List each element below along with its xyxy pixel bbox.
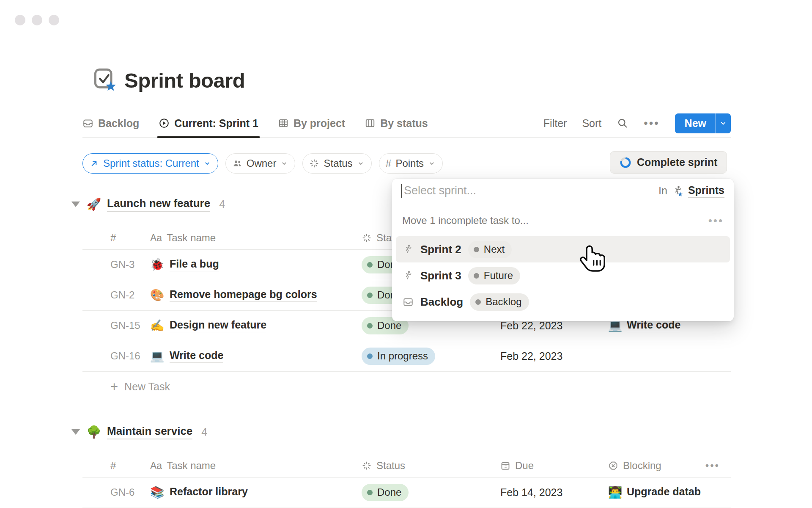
people-icon [232, 158, 242, 168]
filter-chips: Sprint status: Current Owner Status [82, 153, 443, 174]
tab-label: Current: Sprint 1 [174, 117, 258, 130]
chip-points[interactable]: # Points [379, 153, 443, 174]
collapse-triangle-icon[interactable] [71, 202, 80, 207]
tab-by-project[interactable]: By project [278, 109, 345, 137]
group-count: 4 [201, 426, 207, 438]
sprint-search-row: In Sprints [392, 179, 734, 203]
status-spinner-icon [362, 233, 372, 243]
task-title[interactable]: File a bug [170, 258, 219, 271]
chip-label: Points [395, 157, 424, 169]
group-count: 4 [219, 198, 225, 210]
tab-backlog[interactable]: Backlog [82, 109, 139, 137]
option-sprint-2[interactable]: Sprint 2 Next [396, 236, 730, 262]
due-date[interactable]: Feb 14, 2023 [500, 477, 562, 508]
sprints-collection-link[interactable]: Sprints [688, 184, 724, 198]
tab-by-status[interactable]: By status [365, 109, 428, 137]
column-task-name[interactable]: Aa Task name [150, 454, 216, 477]
chevron-down-icon [280, 160, 288, 167]
new-task-button[interactable]: + New Task [82, 372, 731, 401]
table-row[interactable]: GN-6 📚 Refactor library Done Feb 14, 202… [82, 477, 731, 508]
sort-button[interactable]: Sort [582, 117, 601, 130]
sprint-status-badge: Next [468, 241, 512, 258]
window-close-button[interactable] [15, 15, 25, 25]
column-due[interactable]: Due [500, 454, 534, 477]
runner-icon [403, 244, 414, 255]
task-id: GN-2 [110, 280, 134, 310]
table-row[interactable]: GN-16 💻 Write code In progress Feb 22, 2… [82, 341, 731, 372]
table-header-row: # Aa Task name Status Due Blocking ••• [82, 454, 731, 478]
due-date[interactable]: Feb 22, 2023 [500, 341, 562, 371]
column-status[interactable]: Status [362, 454, 405, 477]
chip-label: Status [324, 157, 352, 169]
column-id[interactable]: # [110, 454, 116, 477]
filter-button[interactable]: Filter [543, 117, 567, 130]
inbox-icon [82, 118, 93, 129]
window-minimize-button[interactable] [32, 15, 42, 25]
chevron-down-icon [357, 160, 365, 167]
more-columns-icon[interactable]: ••• [705, 464, 720, 468]
text-type-icon: Aa [150, 460, 162, 472]
status-badge[interactable]: In progress [362, 348, 435, 365]
task-title[interactable]: Refactor library [170, 486, 248, 499]
page-title: Sprint board [124, 69, 245, 92]
sprint-progress-icon [620, 157, 631, 168]
in-label: In [658, 185, 667, 197]
option-sprint-3[interactable]: Sprint 3 Future [396, 262, 730, 289]
tab-label: Backlog [98, 117, 139, 130]
blocking-task[interactable]: Upgrade datab [627, 486, 701, 499]
column-blocking[interactable]: Blocking [608, 454, 661, 477]
task-title[interactable]: Remove homepage bg colors [170, 288, 317, 302]
complete-sprint-button[interactable]: Complete sprint [610, 151, 727, 174]
group-emoji: 🌳 [86, 425, 102, 439]
view-tabbar: Backlog Current: Sprint 1 By project [82, 109, 731, 138]
blocking-emoji: 👨‍💻 [608, 486, 622, 499]
collapse-triangle-icon[interactable] [71, 429, 80, 435]
group-title[interactable]: Launch new feature [107, 197, 210, 212]
task-title[interactable]: Design new feature [170, 319, 266, 332]
status-spinner-icon [309, 158, 319, 168]
chip-owner[interactable]: Owner [225, 153, 296, 174]
popup-more-icon[interactable]: ••• [708, 218, 724, 223]
column-id[interactable]: # [110, 226, 116, 249]
table-grid-icon [278, 118, 289, 129]
option-label: Sprint 3 [420, 269, 461, 282]
task-title[interactable]: Write code [170, 349, 223, 363]
text-type-icon: Aa [150, 232, 162, 244]
search-icon[interactable] [617, 117, 628, 129]
new-button-label[interactable]: New [675, 113, 715, 133]
sprint-search-input[interactable] [403, 184, 658, 198]
runner-icon [403, 270, 414, 281]
sprint-status-badge: Backlog [470, 293, 529, 311]
task-emoji: 🐞 [150, 258, 164, 271]
new-button[interactable]: New [675, 113, 731, 133]
tab-label: By status [380, 117, 428, 130]
group-title[interactable]: Maintain service [107, 425, 192, 439]
tab-label: By project [294, 117, 345, 130]
plus-icon: + [110, 380, 118, 393]
chip-status[interactable]: Status [302, 153, 371, 174]
window-zoom-button[interactable] [49, 15, 59, 25]
inbox-icon [403, 296, 414, 307]
arrow-up-right-icon [89, 159, 99, 168]
option-backlog[interactable]: Backlog Backlog [396, 289, 730, 315]
hash-icon: # [386, 157, 392, 170]
sprints-runner-star-icon [672, 185, 683, 196]
complete-sprint-label: Complete sprint [637, 156, 717, 168]
status-badge[interactable]: Done [362, 484, 409, 501]
chip-label: Owner [247, 157, 277, 169]
chip-sprint-status[interactable]: Sprint status: Current [82, 153, 218, 174]
new-task-label: New Task [124, 381, 170, 393]
column-task-name[interactable]: Aa Task name [150, 226, 216, 249]
new-button-dropdown[interactable] [715, 113, 731, 133]
chevron-down-icon [428, 160, 436, 167]
text-caret [401, 184, 402, 198]
page-checkbox-star-icon [93, 68, 117, 92]
more-options-icon[interactable]: ••• [644, 121, 659, 126]
blocked-icon [608, 461, 618, 471]
task-emoji: 💻 [150, 349, 164, 363]
sprint-status-badge: Future [468, 267, 520, 284]
status-spinner-icon [362, 461, 372, 471]
window-controls [15, 15, 59, 25]
board-columns-icon [365, 118, 376, 129]
tab-current-sprint[interactable]: Current: Sprint 1 [159, 109, 258, 137]
